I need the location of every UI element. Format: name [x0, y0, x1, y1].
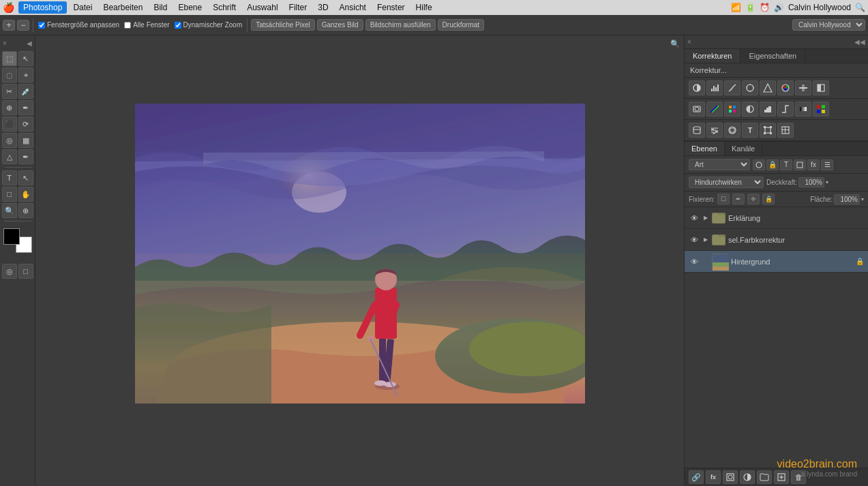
- opacity-input[interactable]: [798, 177, 824, 187]
- menu-bearbeiten[interactable]: Bearbeiten: [98, 1, 147, 14]
- curves-icon-btn[interactable]: [724, 80, 740, 95]
- vibrance-icon-btn[interactable]: [760, 80, 776, 95]
- color-lookup-icon-btn[interactable]: [724, 102, 740, 117]
- lock-pixels-btn[interactable]: ✒: [732, 194, 745, 204]
- actual-pixels-button[interactable]: Tatsächliche Pixel: [251, 19, 314, 31]
- mask-icon-btn[interactable]: [724, 123, 740, 138]
- transform-icon-btn[interactable]: [760, 123, 776, 138]
- type-tool-button[interactable]: T: [2, 170, 17, 185]
- new-group-button[interactable]: [757, 470, 772, 484]
- all-windows-checkbox[interactable]: [124, 22, 131, 29]
- path-select-button[interactable]: ↖: [18, 170, 33, 185]
- tab-properties[interactable]: Eigenschaften: [740, 49, 805, 63]
- add-mask-button[interactable]: [723, 470, 738, 484]
- lock-position-btn[interactable]: ✛: [747, 194, 760, 204]
- menu-bild[interactable]: Bild: [149, 1, 172, 14]
- profile-dropdown[interactable]: Calvin Hollywood: [792, 19, 865, 31]
- layer-text-icon[interactable]: T: [780, 160, 792, 170]
- quick-select-tool-button[interactable]: ⌖: [18, 67, 33, 82]
- gradient-map-icon-btn[interactable]: [795, 102, 811, 117]
- toolbox-close-button[interactable]: ×: [3, 40, 7, 47]
- layer-expand-erklarung[interactable]: ▶: [702, 215, 709, 222]
- layer-effects-button[interactable]: fx: [706, 470, 721, 484]
- canvas-area[interactable]: 🔍: [35, 35, 684, 486]
- layer-type-icon[interactable]: [753, 160, 765, 170]
- layer-transform2-icon[interactable]: [794, 160, 806, 170]
- dynamic-zoom-label[interactable]: Dynamischer Zoom: [183, 21, 243, 29]
- healing-tool-button[interactable]: ⊕: [2, 100, 17, 115]
- new-layer-button[interactable]: [774, 470, 789, 484]
- menu-3d[interactable]: 3D: [313, 1, 333, 14]
- menu-schrift[interactable]: Schrift: [208, 1, 241, 14]
- zoom-out-button[interactable]: −: [17, 20, 29, 31]
- menu-ebene[interactable]: Ebene: [173, 1, 207, 14]
- all-windows-label[interactable]: Alle Fenster: [133, 21, 169, 29]
- zoom-tool-button[interactable]: 🔍: [2, 203, 17, 218]
- toolbox-collapse-button[interactable]: ◀: [27, 40, 32, 47]
- lasso-tool-button[interactable]: ◌: [2, 67, 17, 82]
- pen-tool-button[interactable]: ✒: [18, 149, 33, 164]
- lock-all-btn[interactable]: 🔒: [762, 194, 775, 204]
- smart-object-icon-btn[interactable]: [689, 123, 705, 138]
- screen-mode-button[interactable]: □: [18, 264, 33, 279]
- menu-hilfe[interactable]: Hilfe: [411, 1, 437, 14]
- photo-filter-icon-btn[interactable]: [689, 102, 705, 117]
- dynamic-zoom-checkbox[interactable]: [175, 22, 181, 29]
- invert-icon-btn[interactable]: [742, 102, 758, 117]
- levels-icon-btn[interactable]: [706, 80, 723, 95]
- apple-menu[interactable]: 🍎: [3, 2, 14, 13]
- layer-menu-icon[interactable]: ☰: [821, 160, 833, 170]
- quick-mask-button[interactable]: ◎: [2, 264, 17, 279]
- panel-collapse-button[interactable]: ◀◀: [854, 38, 865, 46]
- menu-datei[interactable]: Datei: [68, 1, 97, 14]
- layer-visibility-hintergrund[interactable]: 👁: [689, 256, 700, 267]
- layer-visibility-farbkorrektur[interactable]: 👁: [689, 234, 700, 245]
- opacity-dropdown-icon[interactable]: ▾: [826, 179, 828, 185]
- layer-lock-icon[interactable]: 🔒: [766, 160, 779, 170]
- blend-mode-select[interactable]: Art: [689, 159, 750, 170]
- fit-window-label[interactable]: Fenstergröße anpassen: [47, 21, 119, 29]
- crop-tool-button[interactable]: ✂: [2, 84, 17, 99]
- brightness-contrast-icon-btn[interactable]: [689, 80, 705, 95]
- layer-visibility-erklarung[interactable]: 👁: [689, 213, 700, 224]
- hand-tool-button[interactable]: ✋: [18, 187, 33, 202]
- canvas-image[interactable]: [135, 104, 585, 404]
- adjustment-icon-btn[interactable]: [706, 123, 723, 138]
- zoom-in-button[interactable]: +: [3, 20, 15, 31]
- tab-corrections[interactable]: Korrekturen: [685, 49, 740, 63]
- delete-layer-button[interactable]: 🗑: [791, 470, 806, 484]
- layer-item-erklarung[interactable]: 👁 ▶ Erklärung: [685, 207, 868, 229]
- move-tool-button[interactable]: ↖: [18, 51, 33, 66]
- grid-icon-btn[interactable]: [777, 123, 794, 138]
- menu-filter[interactable]: Filter: [284, 1, 312, 14]
- bw-icon-btn[interactable]: [813, 80, 829, 95]
- type-correction-icon-btn[interactable]: T: [742, 123, 758, 138]
- menu-auswahl[interactable]: Auswahl: [242, 1, 282, 14]
- menu-fenster[interactable]: Fenster: [372, 1, 410, 14]
- tab-channels[interactable]: Kanäle: [725, 142, 762, 155]
- menu-ansicht[interactable]: Ansicht: [335, 1, 371, 14]
- layer-item-farbkorrektur[interactable]: 👁 ▶ sel.Farbkorrektur: [685, 229, 868, 251]
- fit-button[interactable]: Ganzes Bild: [317, 19, 363, 31]
- gradient-tool-button[interactable]: ▦: [18, 133, 33, 148]
- link-layers-button[interactable]: 🔗: [689, 470, 704, 484]
- brush-tool-button[interactable]: ✒: [18, 100, 33, 115]
- fill-dropdown-icon[interactable]: ▾: [861, 196, 864, 202]
- history-brush-button[interactable]: ⟳: [18, 117, 33, 132]
- layer-item-hintergrund[interactable]: 👁 Hintergrund 🔒: [685, 251, 868, 273]
- panel-close-button[interactable]: ×: [687, 38, 691, 46]
- channel-mixer-icon-btn[interactable]: [706, 102, 723, 117]
- search-menubar-icon[interactable]: 🔍: [855, 3, 865, 12]
- color-balance-icon-btn[interactable]: [795, 80, 811, 95]
- adjustments-button[interactable]: [740, 470, 755, 484]
- selective-color-icon-btn[interactable]: [813, 102, 829, 117]
- print-button[interactable]: Druckformat: [438, 19, 484, 31]
- stamp-tool-button[interactable]: ⬛: [2, 117, 17, 132]
- fill-screen-button[interactable]: Bildschirm ausfüllen: [365, 19, 436, 31]
- posterize-icon-btn[interactable]: [760, 102, 776, 117]
- lock-transparency-btn[interactable]: ☐: [717, 194, 730, 204]
- foreground-color-swatch[interactable]: [3, 228, 20, 245]
- eyedropper-tool-button[interactable]: 💉: [18, 84, 33, 99]
- marquee-tool-button[interactable]: ⬚: [2, 51, 17, 66]
- fit-window-checkbox[interactable]: [38, 22, 45, 29]
